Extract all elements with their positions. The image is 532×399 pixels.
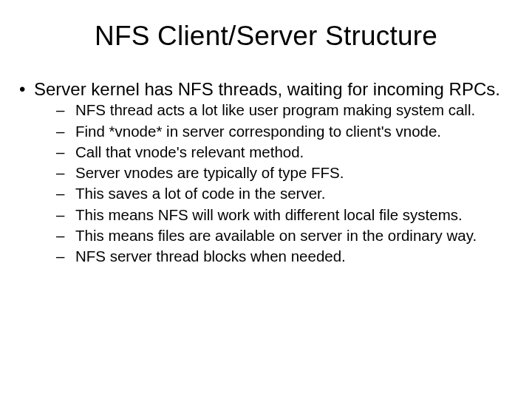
sub-bullet: This means files are available on server… [56, 225, 514, 246]
sub-bullet: NFS server thread blocks when needed. [56, 246, 514, 267]
sub-bullet-text: This means NFS will work with different … [75, 206, 463, 223]
sub-bullet-text: Server vnodes are typically of type FFS. [75, 164, 344, 181]
bullet-list-level2: NFS thread acts a lot like user program … [34, 100, 514, 267]
slide: NFS Client/Server Structure Server kerne… [0, 0, 532, 399]
sub-bullet-text: Call that vnode's relevant method. [75, 143, 304, 160]
sub-bullet-text: NFS thread acts a lot like user program … [75, 101, 475, 118]
sub-bullet: Call that vnode's relevant method. [56, 142, 514, 163]
bullet-list-level1: Server kernel has NFS threads, waiting f… [18, 78, 514, 267]
sub-bullet-text: This saves a lot of code in the server. [75, 185, 325, 202]
slide-title: NFS Client/Server Structure [18, 21, 514, 52]
sub-bullet-text: This means files are available on server… [75, 227, 477, 244]
sub-bullet: This saves a lot of code in the server. [56, 183, 514, 204]
sub-bullet: Find *vnode* in server corresponding to … [56, 121, 514, 142]
sub-bullet: This means NFS will work with different … [56, 205, 514, 225]
sub-bullet-text: Find *vnode* in server corresponding to … [75, 123, 441, 140]
sub-bullet: Server vnodes are typically of type FFS. [56, 163, 514, 183]
sub-bullet: NFS thread acts a lot like user program … [56, 100, 514, 120]
bullet-main-text: Server kernel has NFS threads, waiting f… [34, 79, 500, 99]
bullet-main: Server kernel has NFS threads, waiting f… [18, 78, 514, 267]
sub-bullet-text: NFS server thread blocks when needed. [75, 248, 346, 265]
